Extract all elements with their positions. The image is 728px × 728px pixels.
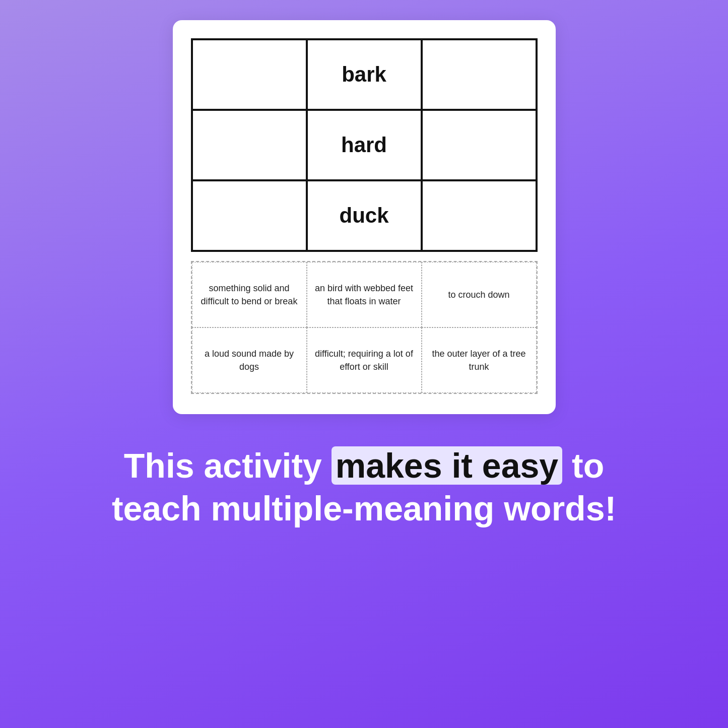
word-cell-1: [192, 39, 307, 110]
def-cell-2: an bird with webbed feet that floats in …: [307, 262, 422, 327]
def-cell-3: to crouch down: [422, 262, 537, 327]
bottom-text: This activity makes it easy to teach mul…: [82, 444, 646, 530]
def-cell-4: a loud sound made by dogs: [192, 327, 307, 393]
bottom-line1-end: to: [562, 446, 604, 485]
definition-grid: something solid and difficult to bend or…: [191, 261, 538, 394]
word-cell-5: hard: [307, 110, 422, 180]
activity-card: bark hard duck something solid and diffi…: [173, 20, 556, 414]
word-cell-6: [422, 110, 537, 180]
word-cell-3: [422, 39, 537, 110]
bottom-line1-plain: This activity: [124, 446, 332, 485]
word-cell-7: [192, 180, 307, 251]
word-cell-9: [422, 180, 537, 251]
word-cell-8: duck: [307, 180, 422, 251]
def-cell-6: the outer layer of a tree trunk: [422, 327, 537, 393]
word-cell-2: bark: [307, 39, 422, 110]
bottom-line-2: teach multiple-meaning words!: [112, 487, 616, 530]
word-cell-4: [192, 110, 307, 180]
bottom-line1-highlight: makes it easy: [332, 446, 562, 485]
word-grid: bark hard duck: [191, 38, 538, 252]
def-cell-5: difficult; requiring a lot of effort or …: [307, 327, 422, 393]
def-cell-1: something solid and difficult to bend or…: [192, 262, 307, 327]
bottom-line-1: This activity makes it easy to: [112, 444, 616, 487]
